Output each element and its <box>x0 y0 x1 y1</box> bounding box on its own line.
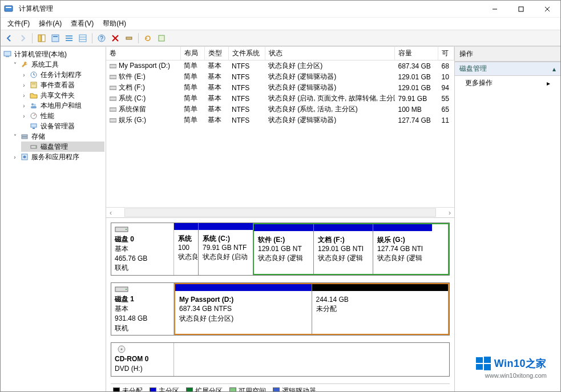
col-layout[interactable]: 布局 <box>180 47 204 60</box>
tree-label: 性能 <box>41 111 54 121</box>
vol-layout: 简单 <box>180 60 204 72</box>
tree-storage[interactable]: ˅ 存储 <box>12 131 104 142</box>
tree-system-tools[interactable]: ˅ 系统工具 <box>12 59 104 70</box>
menu-file[interactable]: 文件(F) <box>3 18 34 30</box>
vol-name: 系统 (C:) <box>119 94 146 103</box>
svg-point-47 <box>126 229 127 230</box>
tree-pane[interactable]: 计算机管理(本地) ˅ 系统工具 ›任务计划程序 <box>1 47 106 391</box>
vol-layout: 简单 <box>180 115 204 126</box>
table-row[interactable]: 系统 (C:)简单基本NTFS状态良好 (启动, 页面文件, 故障转储, 主分区… <box>106 93 454 104</box>
vol-name: 系统保留 <box>119 104 146 114</box>
partition[interactable]: 软件 (E:)129.01 GB NT状态良好 (逻辑 <box>254 224 313 274</box>
expand-icon[interactable]: › <box>21 82 27 88</box>
vol-capacity: 79.91 GB <box>395 93 438 104</box>
cdrom-row[interactable]: CD-ROM 0 DVD (H:) <box>111 342 450 377</box>
svg-rect-22 <box>4 51 11 56</box>
scroll-right-icon[interactable]: › <box>445 208 454 217</box>
wrench-icon <box>20 60 29 69</box>
tree-label: 任务计划程序 <box>41 70 82 80</box>
maximize-button[interactable] <box>508 1 534 18</box>
tree-performance[interactable]: ›性能 <box>21 111 104 121</box>
help-button[interactable]: ? <box>95 32 108 45</box>
table-row[interactable]: 系统保留简单基本NTFS状态良好 (系统, 活动, 主分区)100 MB65 <box>106 104 454 115</box>
properties-button[interactable] <box>49 32 62 45</box>
collapse-icon[interactable]: ˅ <box>12 134 18 139</box>
expand-icon[interactable]: › <box>21 103 27 108</box>
partition[interactable]: 系统 (C:)79.91 GB NTF状态良好 (启动 <box>198 223 253 275</box>
tree-services-apps[interactable]: › 服务和应用程序 <box>12 152 104 162</box>
menu-view[interactable]: 查看(V) <box>66 18 98 30</box>
disk-graphical-pane[interactable]: 磁盘 0 基本 465.76 GB 联机 系统100状态良系统 (C:)79.9… <box>106 218 454 391</box>
table-row[interactable]: 软件 (E:)简单基本NTFS状态良好 (逻辑驱动器)129.01 GB10 <box>106 71 454 82</box>
volume-icon <box>110 63 116 68</box>
actions-more[interactable]: 更多操作 ▸ <box>455 76 560 90</box>
vol-free: 94 <box>438 82 454 93</box>
tree-shared-folders[interactable]: ›共享文件夹 <box>21 90 104 100</box>
col-volume[interactable]: 卷 <box>106 47 180 60</box>
vol-type: 基本 <box>204 104 228 115</box>
disk-type: 基本 <box>115 304 170 314</box>
actions-section[interactable]: 磁盘管理 ▴ <box>455 62 560 76</box>
menubar: 文件(F) 操作(A) 查看(V) 帮助(H) <box>1 18 560 30</box>
disk-0-row[interactable]: 磁盘 0 基本 465.76 GB 联机 系统100状态良系统 (C:)79.9… <box>111 223 450 276</box>
actions-more-label: 更多操作 <box>465 78 493 88</box>
performance-icon <box>29 111 38 120</box>
volume-icon <box>110 84 116 90</box>
view-detail-button[interactable] <box>76 32 89 45</box>
tree-root[interactable]: 计算机管理(本地) <box>3 49 104 59</box>
tree-task-scheduler[interactable]: ›任务计划程序 <box>21 70 104 80</box>
partition[interactable]: 文档 (F:)129.01 GB NTI状态良好 (逻辑 <box>313 224 373 274</box>
view-list-button[interactable] <box>63 32 75 45</box>
nav-back-button[interactable] <box>3 32 15 45</box>
svg-rect-13 <box>79 35 86 42</box>
table-row[interactable]: 文档 (F:)简单基本NTFS状态良好 (逻辑驱动器)129.01 GB94 <box>106 82 454 93</box>
vol-capacity: 129.01 GB <box>395 82 438 93</box>
menu-action[interactable]: 操作(A) <box>34 18 66 30</box>
table-row[interactable]: My Passport (D:)简单基本NTFS状态良好 (主分区)687.34… <box>106 60 454 72</box>
tree-label: 服务和应用程序 <box>31 152 79 162</box>
close-button[interactable] <box>534 1 560 18</box>
svg-rect-40 <box>110 64 116 68</box>
tree-event-viewer[interactable]: ›事件查看器 <box>21 80 104 90</box>
rescan-button[interactable] <box>155 32 168 45</box>
col-free[interactable]: 可 <box>438 47 454 60</box>
expand-icon[interactable]: › <box>21 92 27 98</box>
settings-button[interactable] <box>123 32 135 45</box>
tree-local-users[interactable]: ›本地用户和组 <box>21 100 104 111</box>
partition[interactable]: 244.14 GB未分配 <box>312 284 449 334</box>
vol-layout: 简单 <box>180 93 204 104</box>
col-type[interactable]: 类型 <box>204 47 228 60</box>
volume-hscroll[interactable]: ‹ › <box>106 207 454 217</box>
disk-title: 磁盘 1 <box>115 294 170 304</box>
svg-rect-1 <box>6 7 11 8</box>
delete-button[interactable] <box>109 32 122 45</box>
col-status[interactable]: 状态 <box>265 47 395 60</box>
collapse-icon[interactable]: ˅ <box>12 62 18 67</box>
table-row[interactable]: 娱乐 (G:)简单基本NTFS状态良好 (逻辑驱动器)127.74 GB11 <box>106 115 454 126</box>
svg-rect-45 <box>110 119 116 122</box>
tree-disk-management[interactable]: 磁盘管理 <box>21 142 104 152</box>
partition[interactable]: My Passport (D:)687.34 GB NTFS状态良好 (主分区) <box>175 284 312 334</box>
refresh-button[interactable] <box>142 32 154 45</box>
expand-icon[interactable]: › <box>21 113 27 119</box>
scroll-left-icon[interactable]: ‹ <box>106 208 115 217</box>
legend-unalloc: 未分配 <box>122 386 143 391</box>
partition[interactable]: 娱乐 (G:)127.74 GB NTI状态良好 (逻辑 <box>373 224 432 274</box>
col-capacity[interactable]: 容量 <box>395 47 438 60</box>
window-title: 计算机管理 <box>19 4 53 14</box>
disk-1-row[interactable]: 磁盘 1 基本 931.48 GB 联机 My Passport (D:)687… <box>111 282 450 336</box>
collapse-up-icon: ▴ <box>552 65 556 73</box>
svg-text:?: ? <box>100 35 103 42</box>
volume-table[interactable]: 卷 布局 类型 文件系统 状态 容量 可 My Passport (D:)简单基… <box>106 47 454 126</box>
expand-icon[interactable]: › <box>21 72 27 78</box>
col-fs[interactable]: 文件系统 <box>228 47 265 60</box>
menu-help[interactable]: 帮助(H) <box>98 18 131 30</box>
tree-device-manager[interactable]: 设备管理器 <box>21 121 104 131</box>
expand-icon[interactable]: › <box>12 154 18 160</box>
minimize-button[interactable] <box>482 1 508 18</box>
chevron-right-icon: ▸ <box>547 79 550 87</box>
partition[interactable]: 系统100状态良 <box>174 223 198 275</box>
vol-free: 10 <box>438 71 454 82</box>
show-hide-tree-button[interactable] <box>35 32 48 45</box>
nav-forward-button[interactable] <box>17 32 29 45</box>
